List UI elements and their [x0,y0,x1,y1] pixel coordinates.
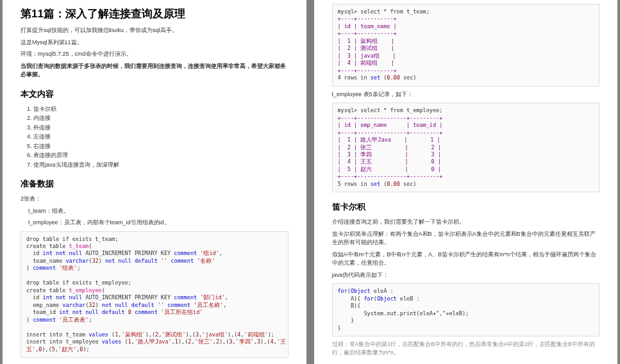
toc-item: 右连接 [33,142,289,151]
section-prepare-title: 准备数据 [21,178,289,190]
sql-create-code: drop table if exists t_team; create tabl… [21,231,289,358]
intro-para: 这是Mysql系列第11篇。 [21,38,289,47]
toc-item: 内连接 [33,114,289,123]
article-title: 第11篇：深入了解连接查询及原理 [21,6,289,21]
intro-para: 打算提升sql技能的，可以加我微信itsoku，带你成为sql高手。 [21,26,289,35]
note-para: t_employee 表5条记录，如下： [332,90,600,99]
sql-output-employee: mysql> select * from t_employee; +----+-… [332,103,600,192]
prepare-table-desc: t_employee：员工表，内部有个team_id引用组表的id。 [28,219,289,228]
dikaer-summary: 过程：拿A集合中的第1行，去匹配集合B中所有的行，然后再拿集合A中的第2行，去匹… [332,340,600,357]
toc-item: 笛卡尔积 [33,105,289,114]
section-content-title: 本文内容 [21,88,289,100]
page-left: 第11篇：深入了解连接查询及原理 打算提升sql技能的，可以加我微信itsoku… [3,0,306,364]
intro-emphasis: 当我们查询的数据来源于多张表的时候，我们需要用到连接查询，连接查询使用率非常高，… [21,62,289,79]
page-right: mysql> select * from t_team; +----+-----… [314,0,618,364]
toc-item: 表连接的原理 [33,151,289,160]
dikaer-para: 笛卡尔积简单点理解：有两个集合A和B，笛卡尔积表示A集合中的元素和B集合中的元素… [332,230,600,247]
section-dikaer-title: 笛卡尔积 [332,201,600,213]
dikaer-para: java伪代码表示如下： [332,271,600,280]
intro-para: 环境：mysql5.7.25，cmd命令中进行演示。 [21,50,289,59]
prepare-intro: 2张表： [21,195,289,204]
dikaer-para: 介绍连接查询之前，我们需要先了解一下笛卡尔积。 [332,218,600,227]
java-pseudo-code: for(Object eleA : A){ for(Object eleB : … [332,283,600,336]
toc-item: 外连接 [33,124,289,133]
dikaer-para: 假如A中有m个元素，B中有n个元素，A、B笛卡尔积产生的结果有m*n个结果，相当… [332,251,600,268]
sql-output-team: mysql> select * from t_team; +----+-----… [332,4,600,87]
prepare-table-desc: t_team：组表。 [28,207,289,216]
toc-item: 左连接 [33,133,289,142]
toc-list: 笛卡尔积 内连接 外连接 左连接 右连接 表连接的原理 使用java实现连接查询… [33,105,289,170]
toc-item: 使用java实现连接查询，加深理解 [33,161,289,170]
